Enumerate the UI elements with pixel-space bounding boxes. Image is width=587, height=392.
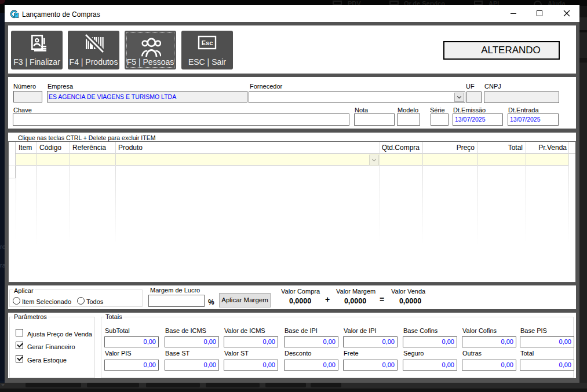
svg-text:Esc: Esc bbox=[202, 39, 213, 46]
